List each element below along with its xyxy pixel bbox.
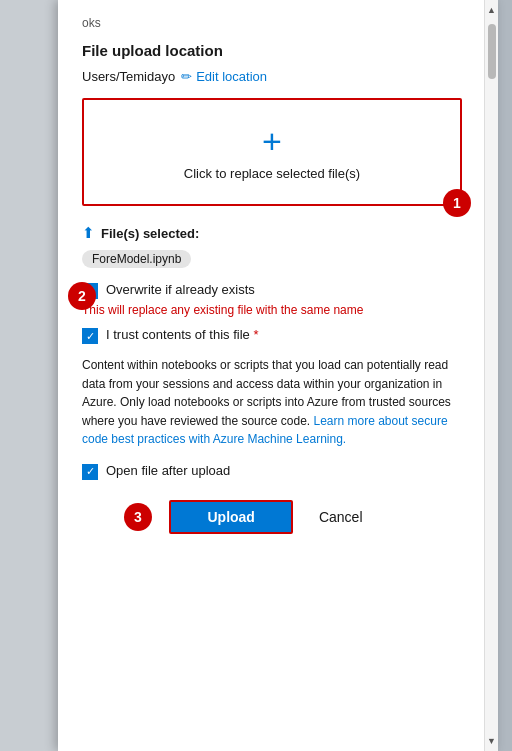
edit-location-label: Edit location	[196, 69, 267, 84]
drop-zone[interactable]: + Click to replace selected file(s) 1	[82, 98, 462, 206]
open-after-label: Open file after upload	[106, 463, 230, 478]
cancel-button[interactable]: Cancel	[307, 502, 375, 532]
location-path: Users/Temidayo	[82, 69, 175, 84]
scroll-thumb[interactable]	[488, 24, 496, 79]
step-badge-1: 1	[443, 189, 471, 217]
scroll-up-arrow[interactable]: ▲	[485, 2, 499, 18]
files-selected-label: File(s) selected:	[101, 226, 199, 241]
file-tag: ForeModel.ipynb	[82, 250, 191, 268]
button-row: 3 Upload Cancel	[82, 500, 462, 534]
pencil-icon: ✏	[181, 69, 192, 84]
edit-location-button[interactable]: ✏ Edit location	[181, 69, 267, 84]
scrollbar[interactable]: ▲ ▼	[484, 0, 498, 751]
trust-checkbox-row: ✓ I trust contents of this file *	[82, 327, 462, 344]
upload-panel: ▲ ▼ oks File upload location Users/Temid…	[58, 0, 498, 751]
section-title: File upload location	[82, 42, 462, 59]
overwrite-label: Overwrite if already exists	[106, 282, 255, 297]
files-selected-row: ⬆ File(s) selected:	[82, 224, 462, 242]
scroll-down-arrow[interactable]: ▼	[485, 733, 499, 749]
dropzone-label: Click to replace selected file(s)	[184, 166, 360, 181]
learn-more-link[interactable]: Learn more about secure code best practi…	[82, 414, 448, 447]
trust-checkbox[interactable]: ✓	[82, 328, 98, 344]
plus-icon: +	[262, 124, 282, 158]
checkmark-icon: ✓	[86, 466, 95, 477]
trust-label: I trust contents of this file *	[106, 327, 258, 342]
open-after-checkbox[interactable]: ✓	[82, 464, 98, 480]
step-badge-2: 2	[68, 282, 96, 310]
open-after-checkbox-row: ✓ Open file after upload	[82, 463, 462, 480]
step-badge-3: 3	[124, 503, 152, 531]
overwrite-checkbox-row: 2 ✓ Overwrite if already exists	[82, 282, 462, 299]
info-text: Content within notebooks or scripts that…	[82, 356, 462, 449]
overwrite-warning: This will replace any existing file with…	[82, 303, 462, 317]
upload-arrow-icon: ⬆	[82, 224, 95, 242]
location-row: Users/Temidayo ✏ Edit location	[82, 69, 462, 84]
checkmark-icon: ✓	[86, 331, 95, 342]
breadcrumb: oks	[82, 16, 462, 30]
upload-button[interactable]: Upload	[169, 500, 292, 534]
